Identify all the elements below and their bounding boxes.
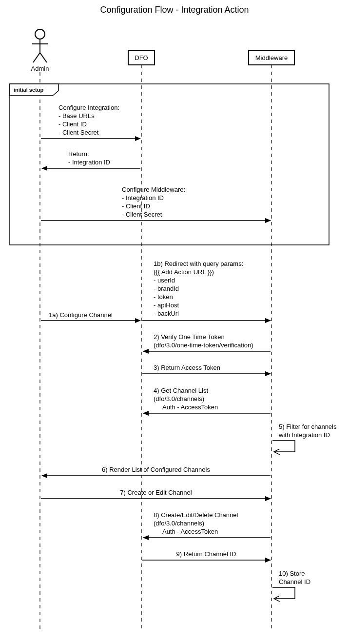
svg-text:({{ Add Action URL }}): ({{ Add Action URL }})	[154, 268, 214, 276]
msg-redirect-params: 1b) Redirect with query params: ({{ Add …	[154, 260, 243, 317]
svg-text:Channel ID: Channel ID	[279, 578, 310, 585]
svg-text:with Integration ID: with Integration ID	[278, 431, 330, 439]
middleware-label: Middleware	[255, 54, 288, 61]
svg-line-3	[33, 53, 40, 62]
svg-text:(dfo/3.0/one-time-token/verifi: (dfo/3.0/one-time-token/verification)	[154, 342, 253, 349]
msg-create-edit-channel: 7) Create or Edit Channel	[41, 489, 271, 499]
sequence-diagram: Configuration Flow - Integration Action …	[0, 0, 349, 644]
svg-text:(dfo/3.0/channels): (dfo/3.0/channels)	[154, 395, 204, 402]
svg-text:- token: - token	[154, 293, 173, 301]
participant-middleware: Middleware	[249, 50, 294, 65]
svg-text:2) Verify One Time Token: 2) Verify One Time Token	[154, 333, 225, 341]
svg-text:- Integration ID: - Integration ID	[122, 194, 164, 201]
svg-point-0	[35, 29, 45, 39]
svg-text:7) Create or Edit Channel: 7) Create or Edit Channel	[120, 489, 192, 496]
svg-text:3) Return Access Token: 3) Return Access Token	[154, 364, 220, 371]
svg-text:1b) Redirect with query params: 1b) Redirect with query params:	[154, 260, 243, 267]
svg-text:- Client ID: - Client ID	[58, 121, 87, 128]
admin-label: Admin	[31, 65, 49, 72]
svg-text:- Client Secret: - Client Secret	[122, 211, 162, 218]
diagram-title: Configuration Flow - Integration Action	[100, 5, 249, 15]
svg-text:4) Get Channel List: 4) Get Channel List	[154, 387, 208, 394]
svg-text:- brandId: - brandId	[154, 285, 179, 292]
svg-text:- Client ID: - Client ID	[122, 202, 150, 210]
svg-text:- apiHost: - apiHost	[154, 302, 179, 309]
svg-text:- Integration ID: - Integration ID	[68, 159, 110, 166]
msg-configure-integration: Configure Integration: - Base URLs - Cli…	[41, 104, 140, 139]
dfo-label: DFO	[135, 54, 148, 61]
msg-filter-channels: 5) Filter for channels with Integration …	[272, 423, 337, 452]
msg-verify-token: 2) Verify One Time Token (dfo/3.0/one-ti…	[143, 333, 271, 351]
participant-admin: Admin	[31, 29, 49, 72]
svg-text:- Base URLs: - Base URLs	[58, 112, 95, 120]
svg-text:- userId: - userId	[154, 277, 175, 284]
svg-text:10) Store: 10) Store	[279, 570, 305, 577]
msg-return-integration-id: Return: - Integration ID	[42, 150, 140, 168]
participant-dfo: DFO	[128, 50, 155, 65]
svg-text:Configure Middleware:: Configure Middleware:	[122, 186, 185, 193]
svg-line-4	[40, 53, 47, 62]
msg-get-channel-list: 4) Get Channel List (dfo/3.0/channels) A…	[143, 387, 271, 413]
msg-crud-channel: 8) Create/Edit/Delete Channel (dfo/3.0/c…	[143, 511, 271, 538]
msg-render-list: 6) Render List of Configured Channels	[42, 466, 271, 476]
svg-text:Auth - AccessToken: Auth - AccessToken	[162, 403, 218, 411]
msg-configure-channel: 1a) Configure Channel	[41, 311, 140, 321]
svg-text:6) Render List of Configured C: 6) Render List of Configured Channels	[102, 466, 210, 473]
svg-text:Auth - AccessToken: Auth - AccessToken	[162, 528, 218, 535]
msg-store-channel-id: 10) Store Channel ID	[272, 570, 310, 599]
svg-text:- backUrl: - backUrl	[154, 310, 179, 317]
svg-text:8) Create/Edit/Delete Channel: 8) Create/Edit/Delete Channel	[154, 511, 238, 519]
svg-text:1a) Configure Channel: 1a) Configure Channel	[49, 311, 113, 319]
msg-return-channel-id: 9) Return Channel ID	[142, 550, 271, 560]
svg-text:Configure Integration:: Configure Integration:	[58, 104, 119, 111]
msg-configure-middleware: Configure Middleware: - Integration ID -…	[41, 186, 271, 221]
svg-text:5) Filter for channels: 5) Filter for channels	[279, 423, 337, 430]
msg-return-access-token: 3) Return Access Token	[142, 364, 271, 374]
svg-text:(dfo/3.0/channels): (dfo/3.0/channels)	[154, 520, 204, 527]
svg-text:- Client Secret: - Client Secret	[58, 129, 99, 136]
fragment-label: initial setup	[14, 87, 43, 93]
svg-text:9) Return Channel ID: 9) Return Channel ID	[176, 550, 236, 558]
svg-text:Return:: Return:	[68, 150, 89, 158]
